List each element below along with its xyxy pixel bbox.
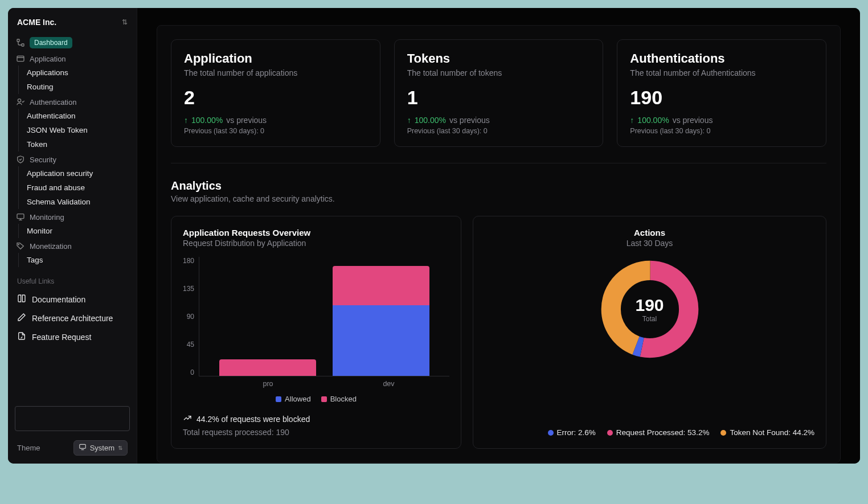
content: Application The total number of applicat… [157,25,841,463]
sidebar-item-routing[interactable]: Routing [27,80,131,94]
pie-chart-card: Actions Last 30 Days 190 Total [473,216,826,449]
monitor-icon [16,212,25,222]
stat-cards: Application The total number of applicat… [171,39,826,147]
theme-value: System [90,444,114,452]
link-label: Documentation [32,295,85,304]
sidebar-section-label: Authentication [30,98,76,106]
bar-legend: Allowed Blocked [183,395,449,403]
chevron-up-down-icon: ⇅ [122,18,128,26]
legend-swatch-allowed [276,396,281,402]
chart-subtitle: Last 30 Days [627,239,673,248]
sidebar-item-authentication[interactable]: Authentication [27,109,131,123]
sidebar-item-dashboard[interactable]: Dashboard [14,35,131,51]
y-tick: 135 [183,285,194,293]
nav: Dashboard Application Applications Routi… [14,35,131,401]
theme-select[interactable]: System ⇅ [73,440,128,456]
stat-previous: Previous (last 30 days): 0 [407,127,591,135]
app-window: ACME Inc. ⇅ Dashboard Application Applic… [8,8,860,464]
y-tick: 0 [190,368,194,376]
sidebar: ACME Inc. ⇅ Dashboard Application Applic… [8,8,137,464]
donut-chart: 190 Total [599,258,701,360]
svg-rect-5 [17,214,24,219]
x-axis: pro dev [183,376,449,388]
sidebar-section-monetization[interactable]: Monetization [14,239,131,253]
x-tick: dev [383,380,394,388]
stat-change: 100.00% [191,116,223,125]
chart-footer: 44.2% of requests were blocked [183,413,449,424]
upgrade-box[interactable] [15,406,130,431]
sidebar-item-tags[interactable]: Tags [27,253,131,267]
link-label: Reference Architecture [32,314,113,323]
dashboard-badge: Dashboard [30,37,72,48]
stat-title: Authentications [630,51,813,66]
link-label: Feature Request [32,333,91,342]
useful-links-header: Useful Links [14,267,131,290]
sidebar-section-authentication[interactable]: Authentication [14,95,131,109]
stat-card-tokens: Tokens The total number of tokens 1 ↑ 10… [394,39,604,147]
monitor-icon [79,443,87,453]
sidebar-item-monitor[interactable]: Monitor [27,224,131,238]
stat-value: 2 [184,87,367,109]
sidebar-item-fraud[interactable]: Fraud and abuse [27,181,131,195]
tag-icon [16,241,25,251]
arrow-up-icon: ↑ [630,116,634,125]
sidebar-section-label: Monitoring [30,213,64,222]
bar-pro [219,359,316,376]
main: Application The total number of applicat… [137,8,860,464]
arrow-up-icon: ↑ [407,116,411,125]
stat-change: 100.00% [415,116,446,125]
stat-subtitle: The total number of Authentications [630,68,813,77]
stat-value: 190 [630,87,813,109]
sidebar-section-label: Monetization [30,242,72,251]
link-feature-request[interactable]: Feature Request [14,327,131,346]
legend-label: Error: 2.6% [557,428,596,437]
chart-title: Actions [634,228,665,237]
sidebar-item-applications[interactable]: Applications [27,65,131,80]
charts-row: Application Requests Overview Request Di… [171,216,826,449]
y-tick: 90 [187,313,194,321]
donut-label: Total [642,315,657,323]
book-icon [17,294,26,305]
sidebar-item-jwt[interactable]: JSON Web Token [27,123,131,137]
user-check-icon [16,97,25,106]
y-axis: 180 135 90 45 0 [183,257,199,376]
bar-chart: 180 135 90 45 0 [183,257,449,376]
sidebar-section-label: Security [30,155,56,164]
sidebar-section-monitoring[interactable]: Monitoring [14,210,131,224]
arrow-up-icon: ↑ [184,116,188,125]
legend-swatch-blocked [321,396,327,402]
svg-rect-1 [22,44,24,46]
legend-dot-error [548,430,554,436]
chart-subtitle: Request Distribution by Application [183,239,449,248]
workflow-icon [16,38,25,47]
link-documentation[interactable]: Documentation [14,290,131,309]
trending-up-icon [183,413,192,424]
stat-title: Tokens [407,51,591,66]
bar-seg-allowed [333,305,429,376]
sidebar-item-token[interactable]: Token [27,137,131,151]
bar-seg-blocked [219,359,316,376]
bar-dev [333,266,429,376]
x-tick: pro [263,380,273,388]
chevron-up-down-icon: ⇅ [118,445,122,451]
legend-label: Allowed [285,395,311,403]
legend-dot-notfound [720,430,726,436]
svg-rect-0 [17,39,19,42]
sidebar-section-security[interactable]: Security [14,153,131,166]
org-switcher[interactable]: ACME Inc. ⇅ [14,16,131,35]
sidebar-item-schema[interactable]: Schema Validation [27,195,131,209]
stat-vs: vs previous [226,116,267,125]
pie-legend: Error: 2.6% Request Processed: 53.2% Tok… [485,417,814,437]
sidebar-item-appsec[interactable]: Application security [27,166,131,181]
y-tick: 180 [183,257,194,265]
analytics-title: Analytics [171,179,826,192]
stat-vs: vs previous [449,116,490,125]
theme-label: Theme [17,444,40,452]
stat-previous: Previous (last 30 days): 0 [184,127,367,135]
link-reference-architecture[interactable]: Reference Architecture [14,309,131,327]
divider [171,163,826,163]
analytics-subtitle: View application, cache and security ana… [171,194,826,203]
sidebar-section-application[interactable]: Application [14,52,131,65]
sidebar-footer: Theme System ⇅ [14,401,131,456]
file-plus-icon [17,331,26,342]
